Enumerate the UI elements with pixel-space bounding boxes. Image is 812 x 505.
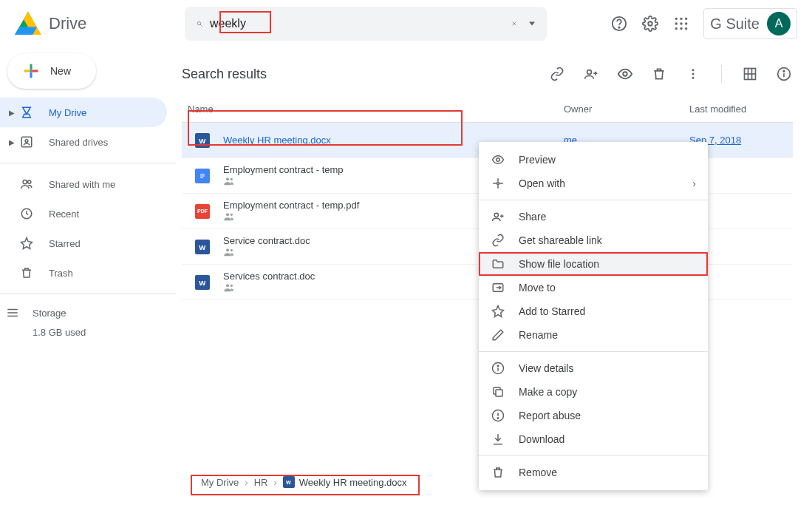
search-options-dropdown-icon[interactable] xyxy=(523,15,541,33)
trash-icon xyxy=(18,266,35,279)
preview-icon[interactable] xyxy=(616,65,634,83)
help-icon[interactable] xyxy=(610,15,628,33)
sidebar-item-shared-drives[interactable]: ▶Shared drives xyxy=(0,127,167,157)
ctx-move-to[interactable]: Move to xyxy=(479,276,708,299)
ctx-download[interactable]: Download xyxy=(479,427,708,451)
sidebar: New ▶My Drive ▶Shared drives Shared with… xyxy=(0,47,176,505)
ctx-make-copy[interactable]: Make a copy xyxy=(479,380,708,404)
column-name[interactable]: Name xyxy=(182,104,564,115)
ctx-rename[interactable]: Rename xyxy=(479,323,708,347)
storage-section[interactable]: Storage 1.8 GB used xyxy=(0,300,176,338)
breadcrumb-root[interactable]: My Drive xyxy=(201,477,239,488)
breadcrumb: My Drive › HR › W Weekly HR meeting.docx xyxy=(195,474,412,490)
pdf-icon: PDF xyxy=(195,204,210,219)
svg-point-7 xyxy=(675,18,678,20)
share-icon[interactable] xyxy=(582,65,600,83)
ctx-report-abuse[interactable]: Report abuse xyxy=(479,404,708,427)
storage-icon xyxy=(6,306,19,319)
svg-rect-38 xyxy=(200,174,205,174)
sidebar-item-trash[interactable]: Trash xyxy=(0,258,167,288)
svg-point-9 xyxy=(685,18,687,20)
svg-point-11 xyxy=(680,22,683,24)
svg-point-46 xyxy=(226,248,229,251)
my-drive-icon xyxy=(18,106,35,119)
svg-point-27 xyxy=(692,69,695,71)
clock-icon xyxy=(18,207,35,220)
svg-point-36 xyxy=(783,70,785,72)
svg-point-5 xyxy=(619,27,620,27)
sidebar-item-shared-with-me[interactable]: Shared with me xyxy=(0,169,167,199)
view-grid-icon[interactable] xyxy=(741,65,759,83)
svg-point-43 xyxy=(226,213,229,216)
gsuite-badge[interactable]: G Suite A xyxy=(703,8,797,39)
delete-icon[interactable] xyxy=(650,65,668,83)
svg-point-57 xyxy=(497,365,499,367)
table-header: Name Owner Last modified xyxy=(182,96,793,123)
svg-point-0 xyxy=(197,21,200,24)
svg-line-1 xyxy=(200,24,202,26)
svg-rect-39 xyxy=(200,175,205,176)
svg-point-15 xyxy=(685,27,687,30)
ctx-open-with[interactable]: Open with› xyxy=(479,172,708,195)
gdoc-icon xyxy=(195,169,210,183)
svg-text:W: W xyxy=(199,136,206,144)
svg-point-20 xyxy=(28,180,31,183)
svg-point-52 xyxy=(497,183,499,185)
star-icon xyxy=(18,237,35,250)
search-icon[interactable] xyxy=(191,15,208,33)
svg-point-26 xyxy=(623,72,627,76)
search-input[interactable] xyxy=(208,17,505,30)
chevron-right-icon: › xyxy=(692,177,696,189)
svg-text:W: W xyxy=(286,480,291,485)
svg-point-51 xyxy=(497,158,500,162)
context-menu: Preview Open with› Share Get shareable l… xyxy=(479,142,708,490)
svg-point-6 xyxy=(649,21,653,26)
star-icon xyxy=(491,305,505,318)
column-modified[interactable]: Last modified xyxy=(689,104,793,115)
svg-point-53 xyxy=(494,213,498,217)
svg-point-25 xyxy=(587,70,592,75)
svg-point-12 xyxy=(685,22,687,24)
app-name: Drive xyxy=(49,14,86,33)
breadcrumb-file[interactable]: W Weekly HR meeting.docx xyxy=(283,476,407,488)
get-link-icon[interactable] xyxy=(548,65,566,83)
ctx-remove[interactable]: Remove xyxy=(479,461,708,484)
svg-point-61 xyxy=(497,418,499,419)
ctx-show-location[interactable]: Show file location xyxy=(479,252,708,276)
shared-with-me-icon xyxy=(18,177,35,191)
svg-point-49 xyxy=(226,284,229,287)
ctx-add-starred[interactable]: Add to Starred xyxy=(479,299,708,323)
svg-text:W: W xyxy=(199,278,206,286)
more-options-icon[interactable] xyxy=(684,65,702,83)
move-icon xyxy=(491,281,505,294)
word-doc-icon: W xyxy=(283,476,295,488)
svg-point-8 xyxy=(680,18,683,20)
clear-search-icon[interactable] xyxy=(505,15,523,33)
sidebar-item-starred[interactable]: Starred xyxy=(0,228,167,258)
svg-point-28 xyxy=(692,73,695,75)
svg-point-13 xyxy=(675,27,678,30)
column-owner[interactable]: Owner xyxy=(564,104,689,115)
info-icon xyxy=(491,362,505,375)
ctx-get-link[interactable]: Get shareable link xyxy=(479,228,708,252)
ctx-preview[interactable]: Preview xyxy=(479,148,708,172)
new-button-label: New xyxy=(50,65,71,77)
app-logo-area[interactable]: Drive xyxy=(9,10,185,37)
ctx-share[interactable]: Share xyxy=(479,205,708,228)
sidebar-item-recent[interactable]: Recent xyxy=(0,199,167,228)
svg-text:W: W xyxy=(199,243,206,251)
storage-used: 1.8 GB used xyxy=(33,327,176,338)
eye-icon xyxy=(491,153,505,166)
new-button[interactable]: New xyxy=(7,53,96,89)
sidebar-item-my-drive[interactable]: ▶My Drive xyxy=(0,98,167,127)
settings-gear-icon[interactable] xyxy=(641,15,659,33)
search-bar[interactable] xyxy=(185,7,547,41)
breadcrumb-folder[interactable]: HR xyxy=(254,477,268,488)
svg-rect-22 xyxy=(7,309,18,311)
info-icon[interactable] xyxy=(775,65,793,83)
user-avatar[interactable]: A xyxy=(767,12,791,35)
apps-grid-icon[interactable] xyxy=(672,15,690,33)
ctx-view-details[interactable]: View details xyxy=(479,356,708,380)
download-icon xyxy=(491,433,505,446)
copy-icon xyxy=(491,385,505,399)
